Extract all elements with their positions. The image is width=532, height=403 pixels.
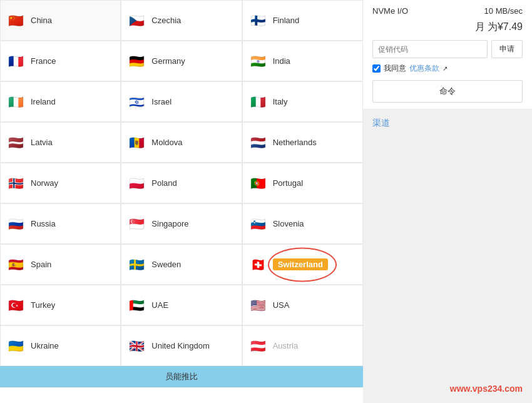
country-name-spain: Spain bbox=[31, 260, 51, 269]
flag-icon-sweden: 🇸🇪 bbox=[129, 258, 146, 271]
flag-icon-france: 🇫🇷 bbox=[8, 55, 26, 68]
coupon-row: 申请 bbox=[372, 40, 523, 58]
country-name-netherlands: Netherlands bbox=[273, 138, 317, 147]
country-list-panel: 🇨🇳China🇨🇿Czechia🇫🇮Finland🇫🇷France🇩🇪Germa… bbox=[0, 0, 363, 403]
flag-icon-italy: 🇮🇹 bbox=[250, 96, 268, 108]
country-cell-netherlands[interactable]: 🇳🇱Netherlands bbox=[242, 122, 363, 163]
country-name-switzerland: Switzerland bbox=[273, 258, 328, 270]
country-name-slovenia: Slovenia bbox=[273, 219, 304, 228]
country-name-norway: Norway bbox=[31, 178, 58, 188]
country-cell-russia[interactable]: 🇷🇺Russia bbox=[0, 203, 121, 244]
country-cell-israel[interactable]: 🇮🇱Israel bbox=[121, 81, 242, 122]
flag-icon-uae: 🇦🇪 bbox=[129, 299, 146, 312]
country-name-germany: Germany bbox=[151, 56, 185, 66]
country-cell-uae[interactable]: 🇦🇪UAE bbox=[121, 285, 242, 325]
country-name-india: India bbox=[273, 56, 290, 66]
channel-label: 渠道 bbox=[372, 118, 390, 128]
flag-icon-moldova: 🇲🇩 bbox=[129, 136, 146, 149]
country-cell-china[interactable]: 🇨🇳China bbox=[0, 0, 121, 41]
country-cell-slovenia[interactable]: 🇸🇮Slovenia bbox=[242, 203, 363, 244]
country-name-portugal: Portugal bbox=[273, 178, 303, 188]
country-name-finland: Finland bbox=[273, 16, 300, 25]
country-name-czechia: Czechia bbox=[151, 16, 181, 25]
country-cell-ukraine[interactable]: 🇺🇦Ukraine bbox=[0, 325, 121, 366]
country-cell-ireland[interactable]: 🇮🇪Ireland bbox=[0, 81, 121, 122]
flag-icon-turkey: 🇹🇷 bbox=[8, 299, 26, 312]
country-cell-france[interactable]: 🇫🇷France bbox=[0, 41, 121, 81]
flag-icon-singapore: 🇸🇬 bbox=[129, 218, 146, 230]
right-panel: NVMe I/O 10 MB/sec 月 为¥7.49 申请 我同意 优惠条款 … bbox=[363, 0, 532, 403]
country-cell-germany[interactable]: 🇩🇪Germany bbox=[121, 41, 242, 81]
country-cell-norway[interactable]: 🇧🇻Norway bbox=[0, 163, 121, 203]
nvme-row: NVMe I/O 10 MB/sec bbox=[372, 6, 523, 16]
price-value: 7.49 bbox=[503, 21, 523, 32]
country-cell-moldova[interactable]: 🇲🇩Moldova bbox=[121, 122, 242, 163]
flag-icon-spain: 🇪🇸 bbox=[8, 258, 26, 271]
country-name-usa: USA bbox=[273, 300, 290, 310]
agree-row: 我同意 优惠条款 ↗ bbox=[372, 63, 523, 74]
flag-icon-united-kingdom: 🇬🇧 bbox=[129, 340, 146, 352]
country-name-united-kingdom: United Kingdom bbox=[151, 341, 210, 350]
flag-icon-czechia: 🇨🇿 bbox=[129, 14, 146, 27]
flag-icon-latvia: 🇱🇻 bbox=[8, 136, 26, 149]
country-cell-united-kingdom[interactable]: 🇬🇧United Kingdom bbox=[121, 325, 242, 366]
country-name-poland: Poland bbox=[151, 178, 176, 188]
flag-icon-ireland: 🇮🇪 bbox=[8, 96, 26, 108]
country-name-uae: UAE bbox=[151, 300, 168, 310]
apply-button[interactable]: 申请 bbox=[491, 40, 523, 58]
country-cell-italy[interactable]: 🇮🇹Italy bbox=[242, 81, 363, 122]
country-cell-india[interactable]: 🇮🇳India bbox=[242, 41, 363, 81]
country-name-ireland: Ireland bbox=[31, 97, 56, 106]
country-cell-finland[interactable]: 🇫🇮Finland bbox=[242, 0, 363, 41]
price-prefix: 月 为¥ bbox=[475, 21, 503, 32]
flag-icon-china: 🇨🇳 bbox=[8, 14, 26, 27]
flag-icon-austria: 🇦🇹 bbox=[250, 340, 268, 352]
command-button[interactable]: 命令 bbox=[372, 80, 523, 103]
flag-icon-russia: 🇷🇺 bbox=[8, 218, 26, 230]
country-name-china: China bbox=[31, 16, 52, 25]
flag-icon-india: 🇮🇳 bbox=[250, 55, 268, 68]
nvme-value: 10 MB/sec bbox=[484, 6, 523, 16]
watermark: www.vps234.com bbox=[450, 384, 523, 394]
country-name-russia: Russia bbox=[31, 219, 56, 228]
pricing-section: NVMe I/O 10 MB/sec 月 为¥7.49 申请 我同意 优惠条款 … bbox=[363, 0, 532, 110]
country-name-singapore: Singapore bbox=[151, 219, 188, 228]
country-cell-usa[interactable]: 🇺🇸USA bbox=[242, 285, 363, 325]
country-name-latvia: Latvia bbox=[31, 138, 53, 147]
country-name-sweden: Sweden bbox=[151, 260, 181, 269]
channel-section: 渠道 bbox=[363, 110, 532, 136]
show-more-button[interactable]: 员能推比 bbox=[0, 366, 363, 387]
country-name-italy: Italy bbox=[273, 97, 288, 106]
coupon-input[interactable] bbox=[372, 40, 488, 58]
country-name-france: France bbox=[31, 56, 56, 66]
country-cell-singapore[interactable]: 🇸🇬Singapore bbox=[121, 203, 242, 244]
flag-icon-israel: 🇮🇱 bbox=[129, 96, 146, 108]
country-name-ukraine: Ukraine bbox=[31, 341, 59, 350]
flag-icon-netherlands: 🇳🇱 bbox=[250, 136, 268, 149]
country-cell-turkey[interactable]: 🇹🇷Turkey bbox=[0, 285, 121, 325]
flag-icon-finland: 🇫🇮 bbox=[250, 14, 268, 27]
country-cell-poland[interactable]: 🇵🇱Poland bbox=[121, 163, 242, 203]
flag-icon-switzerland: 🇨🇭 bbox=[250, 258, 268, 271]
country-name-austria: Austria bbox=[273, 341, 298, 350]
flag-icon-slovenia: 🇸🇮 bbox=[250, 218, 268, 230]
country-grid: 🇨🇳China🇨🇿Czechia🇫🇮Finland🇫🇷France🇩🇪Germa… bbox=[0, 0, 363, 366]
country-cell-latvia[interactable]: 🇱🇻Latvia bbox=[0, 122, 121, 163]
flag-icon-norway: 🇧🇻 bbox=[8, 177, 26, 190]
terms-link[interactable]: 优惠条款 bbox=[409, 63, 439, 74]
agree-checkbox[interactable] bbox=[372, 64, 381, 73]
country-cell-spain[interactable]: 🇪🇸Spain bbox=[0, 244, 121, 285]
country-cell-austria[interactable]: 🇦🇹Austria bbox=[242, 325, 363, 366]
country-cell-portugal[interactable]: 🇵🇹Portugal bbox=[242, 163, 363, 203]
nvme-label: NVMe I/O bbox=[372, 6, 408, 16]
flag-icon-portugal: 🇵🇹 bbox=[250, 177, 268, 190]
country-cell-czechia[interactable]: 🇨🇿Czechia bbox=[121, 0, 242, 41]
agree-text: 我同意 bbox=[384, 63, 406, 74]
country-name-turkey: Turkey bbox=[31, 300, 55, 310]
price-row: 月 为¥7.49 bbox=[372, 21, 523, 34]
flag-icon-ukraine: 🇺🇦 bbox=[8, 340, 26, 352]
country-cell-switzerland[interactable]: 🇨🇭Switzerland bbox=[242, 244, 363, 285]
external-link-icon: ↗ bbox=[442, 65, 448, 72]
country-cell-sweden[interactable]: 🇸🇪Sweden bbox=[121, 244, 242, 285]
flag-icon-usa: 🇺🇸 bbox=[250, 299, 268, 312]
